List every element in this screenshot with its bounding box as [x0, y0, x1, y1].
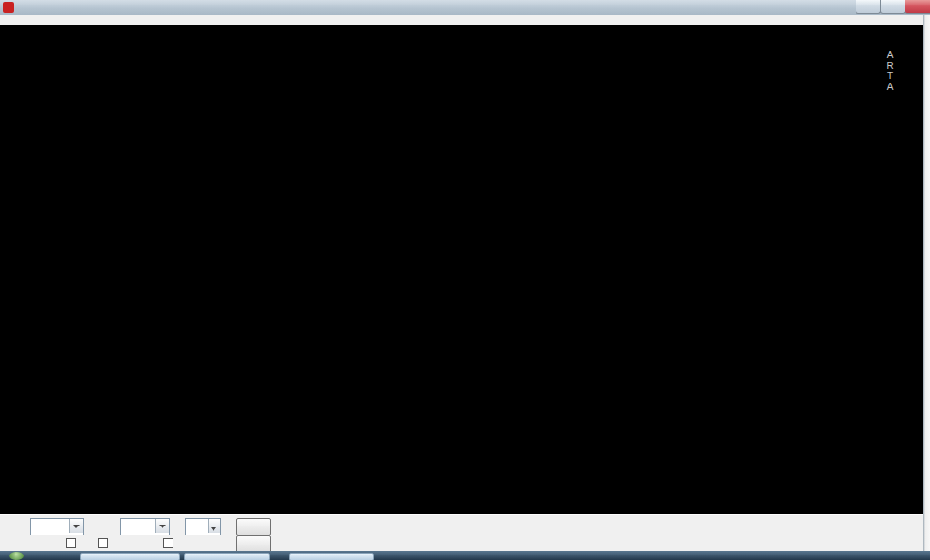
spin-down-icon[interactable] [208, 519, 220, 533]
app-icon [3, 2, 14, 13]
close-button[interactable] [905, 0, 930, 14]
start-button[interactable] [9, 552, 24, 560]
taskbar [0, 551, 930, 560]
title-bar [0, 0, 930, 15]
watermark-vertical [122, 345, 158, 401]
waterfall-canvas [0, 25, 930, 514]
arta-brand-vertical: ARTA [880, 50, 900, 92]
colored-curves-checkbox[interactable] [66, 538, 76, 548]
control-bar [0, 514, 930, 552]
minimize-button[interactable] [856, 0, 881, 14]
chevron-down-icon[interactable] [155, 519, 169, 533]
plot-area: ARTA [0, 25, 930, 514]
taskbar-button[interactable] [289, 553, 374, 560]
restore-button[interactable] [880, 0, 905, 14]
copy-button[interactable] [236, 518, 271, 535]
chevron-down-icon[interactable] [69, 519, 83, 533]
window-right-border [923, 15, 930, 551]
grid-checkbox[interactable] [98, 538, 108, 548]
palette-dropdown[interactable] [120, 518, 170, 535]
taskbar-button[interactable] [184, 553, 270, 560]
stepped-colors-checkbox[interactable] [163, 538, 173, 548]
arta-csd-window: ARTA [0, 0, 930, 560]
mode-dropdown[interactable] [30, 518, 84, 535]
taskbar-button[interactable] [80, 553, 180, 560]
range-spinner[interactable] [185, 518, 221, 535]
